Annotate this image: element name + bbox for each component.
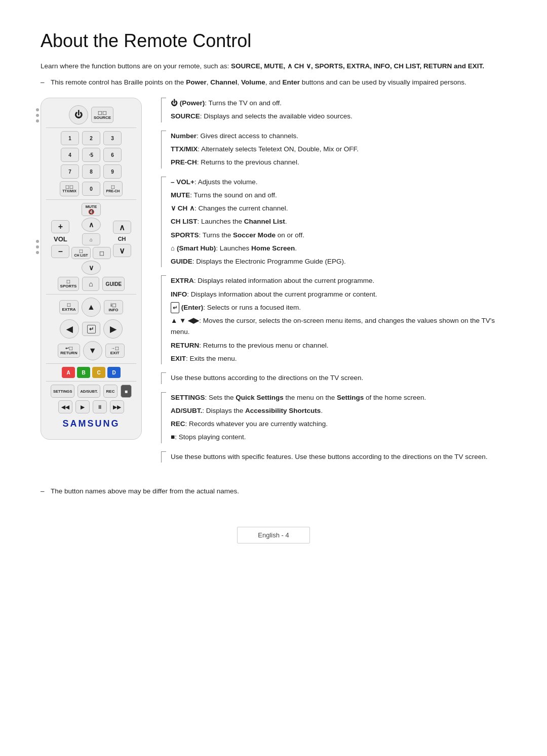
desc-prech: PRE-CH: Returns to the previous channel.: [171, 157, 506, 168]
nav-row: ◀ ↵ ▶: [46, 319, 136, 339]
page-number: English - 4: [237, 527, 309, 543]
exit-button[interactable]: →⬚ EXIT: [105, 344, 125, 358]
enter-button[interactable]: ↵: [82, 322, 100, 336]
guide-button[interactable]: GUIDE: [102, 277, 125, 291]
ch-down-button[interactable]: ∨: [113, 244, 131, 257]
rec-button[interactable]: REC: [103, 385, 118, 398]
ch-up-btn-small[interactable]: ∧: [82, 218, 101, 232]
btn-d[interactable]: D: [107, 367, 121, 378]
divider2: [46, 199, 136, 200]
play-button[interactable]: ▶: [75, 400, 90, 413]
color-buttons-row: A B C D: [46, 367, 136, 378]
info-button[interactable]: i⬚ INFO: [104, 300, 123, 314]
desc-return: RETURN: Returns to the previous menu or …: [171, 340, 506, 351]
source-button[interactable]: ⬚⬚ SOURCE: [91, 107, 113, 123]
desc-group-numbers: Number: Gives direct access to channels.…: [161, 131, 506, 169]
divider5: [46, 381, 136, 382]
btn-1[interactable]: 1: [61, 131, 79, 145]
sports-guide-row: ⬚ SPORTS ⌂ GUIDE: [46, 277, 136, 291]
vol-ch-area: + VOL – MUTE 🔇 ∧ ⌂ ⬚ CH LIST ⬚ ∨: [46, 203, 136, 275]
prech-button[interactable]: ⬚ PRE-CH: [103, 181, 123, 196]
divider1: [46, 128, 136, 128]
remote-grip-dots-bottom: [36, 240, 39, 254]
rewind-button[interactable]: ◀◀: [58, 400, 72, 413]
desc-arrows: ▲ ▼ ◀▶: Moves the cursor, selects the on…: [171, 315, 506, 338]
desc-chlist: CH LIST: Launches the Channel List.: [171, 216, 506, 227]
desc-enter: ↵ (Enter): Selects or runs a focused ite…: [171, 302, 506, 313]
desc-group-power: ⏻ (Power): Turns the TV on and off. SOUR…: [161, 98, 506, 122]
smarthub-button[interactable]: ⌂: [82, 233, 100, 245]
vol-column: + VOL –: [51, 220, 69, 258]
vol-minus-button[interactable]: –: [51, 245, 69, 258]
desc-stop: ■: Stops playing content.: [171, 432, 506, 443]
btn-a[interactable]: A: [62, 367, 75, 378]
desc-group-nav: EXTRA: Displays related information abou…: [161, 275, 506, 364]
desc-group-settings: SETTINGS: Sets the Quick Settings the me…: [161, 392, 506, 443]
desc-exit: EXIT: Exits the menu.: [171, 353, 506, 364]
down-arrow-button[interactable]: ▼: [83, 341, 102, 360]
ch-up-button[interactable]: ∧: [113, 221, 131, 234]
desc-color-buttons: Use these buttons according to the direc…: [171, 372, 506, 384]
num-row-3: 7 8 9: [46, 164, 136, 179]
smarthub-btn2[interactable]: ⌂: [82, 277, 99, 291]
desc-group-vol: – VOL+: Adjusts the volume. MUTE: Turns …: [161, 177, 506, 268]
extra-info-row: ⬚ EXTRA ▲ i⬚ INFO: [46, 298, 136, 317]
extra-button[interactable]: ⬚ EXTRA: [59, 300, 79, 314]
desc-adsubt: AD/SUBT.: Displays the Accessibility Sho…: [171, 405, 506, 416]
desc-group-color: Use these buttons according to the direc…: [161, 372, 506, 384]
power-button[interactable]: ⏻: [69, 105, 88, 124]
btn-7[interactable]: 7: [61, 164, 79, 179]
settings-row: SETTINGS AD/SUBT. REC ■: [46, 385, 136, 398]
btn-3[interactable]: 3: [103, 131, 122, 145]
stop-button[interactable]: ■: [121, 385, 132, 398]
btn-c[interactable]: C: [92, 367, 105, 378]
ff-button[interactable]: ▶▶: [110, 400, 124, 413]
right-arrow-button[interactable]: ▶: [103, 319, 123, 339]
page-title: About the Remote Control: [41, 30, 506, 52]
sports-button[interactable]: ⬚ SPORTS: [58, 277, 80, 291]
btn-4[interactable]: 4: [61, 148, 79, 162]
ch-down-btn-small[interactable]: ∨: [82, 261, 101, 275]
btn-6[interactable]: 6: [103, 148, 122, 162]
description-area: ⏻ (Power): Turns the TV on and off. SOUR…: [157, 98, 506, 471]
return-button[interactable]: ↩⬚ RETURN: [58, 344, 80, 358]
left-arrow-button[interactable]: ◀: [60, 319, 79, 339]
btn-0[interactable]: 0: [82, 182, 100, 196]
main-content: ⏻ ⬚⬚ SOURCE 1 2 3 4 ·5 6 7 8 9 ⬚⬚ TTX/MI…: [41, 98, 506, 471]
vol-label: VOL: [54, 235, 67, 243]
btn-5[interactable]: ·5: [82, 148, 100, 162]
ttxmix-button[interactable]: ⬚⬚ TTX/MIX: [60, 181, 79, 196]
num-row-1: 1 2 3: [46, 131, 136, 145]
desc-mute: MUTE: Turns the sound on and off.: [171, 190, 506, 201]
samsung-logo: SAMSUNG: [46, 418, 136, 429]
chlist-button[interactable]: ⬚ CH LIST: [71, 247, 90, 259]
desc-info: INFO: Displays information about the cur…: [171, 289, 506, 300]
btn-2[interactable]: 2: [82, 131, 100, 145]
pause-button[interactable]: ⏸: [93, 400, 107, 413]
btn-9[interactable]: 9: [103, 164, 122, 179]
desc-extra: EXTRA: Displays related information abou…: [171, 275, 506, 286]
desc-power: ⏻ (Power): Turns the TV on and off.: [171, 98, 506, 109]
ch-label: CH: [118, 236, 126, 242]
up-arrow-button[interactable]: ▲: [82, 298, 101, 317]
page-footer: English - 4: [41, 527, 506, 543]
remote-control: ⏻ ⬚⬚ SOURCE 1 2 3 4 ·5 6 7 8 9 ⬚⬚ TTX/MI…: [41, 98, 142, 440]
mute-button[interactable]: MUTE 🔇: [82, 203, 101, 216]
settings-button[interactable]: SETTINGS: [51, 385, 75, 398]
desc-sports: SPORTS: Turns the Soccer Mode on or off.: [171, 230, 506, 241]
return-exit-row: ↩⬚ RETURN ▼ →⬚ EXIT: [46, 341, 136, 360]
ch-list-right-btn[interactable]: ⬚: [93, 247, 111, 259]
btn-b[interactable]: B: [77, 367, 90, 378]
desc-source: SOURCE: Displays and selects the availab…: [171, 111, 506, 122]
remote-grip-dots-top: [36, 108, 39, 122]
btn-8[interactable]: 8: [82, 164, 100, 179]
desc-rec: REC: Records whatever you are currently …: [171, 418, 506, 430]
adsubt-button[interactable]: AD/SUBT.: [77, 385, 100, 398]
intro-paragraph: Learn where the function buttons are on …: [41, 61, 506, 72]
desc-group-media: Use these buttons with specific features…: [161, 451, 506, 463]
desc-smarthub: ⌂ (Smart Hub): Launches Home Screen.: [171, 243, 506, 254]
divider4: [46, 363, 136, 364]
ch-column: ∧ CH ∨: [113, 221, 131, 257]
mute-area: MUTE 🔇 ∧ ⌂ ⬚ CH LIST ⬚ ∨: [71, 203, 110, 275]
vol-plus-button[interactable]: +: [51, 220, 69, 233]
